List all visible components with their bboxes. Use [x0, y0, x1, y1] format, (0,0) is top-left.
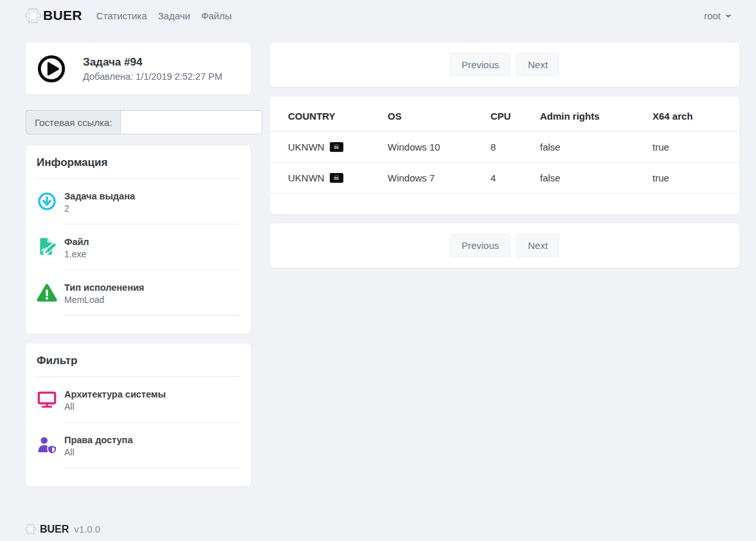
x64-arch-cell: true — [652, 132, 739, 163]
col-header-admin-rights: Admin rights — [540, 96, 652, 132]
filter-item-architecture: Архитектура системы All — [37, 377, 240, 412]
info-card: Информация Задача выдана 2 — [26, 145, 251, 334]
admin-rights-cell: false — [540, 132, 652, 163]
col-header-cpu: CPU — [491, 96, 540, 132]
bots-table-card: COUNTRY OS CPU Admin rights X64 arch UKN… — [270, 96, 739, 214]
file-signature-icon — [37, 236, 57, 258]
hexagon-logo-icon — [24, 523, 37, 535]
user-shield-icon — [37, 434, 57, 456]
warning-triangle-icon — [37, 282, 57, 304]
info-item-label: Файл — [64, 237, 89, 247]
pirate-flag-icon — [330, 142, 343, 152]
footer-brand: BUER — [40, 524, 69, 535]
table-row: UKNWN Windows 10 8 false true — [270, 132, 739, 163]
cpu-cell: 8 — [491, 132, 540, 163]
user-menu[interactable]: root — [704, 10, 732, 21]
footer-version: v1.0.0 — [74, 524, 100, 535]
table-row: UKNWN Windows 7 4 false true — [270, 163, 739, 194]
brand-text: BUER — [43, 8, 82, 23]
nav-link-statistics[interactable]: Статистика — [96, 10, 147, 21]
bots-table: COUNTRY OS CPU Admin rights X64 arch UKN… — [270, 96, 739, 194]
filter-card-title: Фильтр — [37, 354, 240, 367]
nav-links: Статистика Задачи Файлы — [96, 10, 232, 21]
previous-button[interactable]: Previous — [450, 53, 510, 77]
os-cell: Windows 7 — [388, 163, 491, 194]
admin-rights-cell: false — [540, 163, 652, 194]
left-column: Задача #94 Добавлена: 1/1/2019 2:52:27 P… — [26, 42, 251, 486]
cpu-cell: 4 — [491, 163, 540, 194]
divider — [63, 468, 240, 468]
info-item-file: Файл 1.exe — [37, 225, 240, 259]
chevron-down-icon — [725, 15, 732, 18]
play-icon — [37, 54, 66, 84]
nav-link-files[interactable]: Файлы — [201, 10, 232, 21]
hexagon-logo-icon — [24, 7, 42, 24]
task-added-date: Добавлена: 1/1/2019 2:52:27 PM — [83, 71, 222, 82]
info-item-value: 2 — [64, 203, 135, 214]
right-column: Previous Next COUNTRY OS CPU Admin right… — [270, 42, 739, 268]
pagination-top: Previous Next — [270, 42, 739, 87]
next-button[interactable]: Next — [516, 234, 559, 257]
country-cell: UKNWN — [288, 142, 381, 152]
info-card-title: Информация — [37, 156, 240, 169]
filter-item-label: Права доступа — [64, 435, 132, 445]
info-item-label: Тип исполенения — [64, 282, 144, 293]
table-header-row: COUNTRY OS CPU Admin rights X64 arch — [270, 96, 739, 132]
main-content: Задача #94 Добавлена: 1/1/2019 2:52:27 P… — [0, 31, 756, 486]
os-cell: Windows 10 — [388, 132, 491, 163]
guest-link-group: Гостевая ссылка: — [26, 110, 251, 134]
filter-item-access-rights: Права доступа All — [37, 423, 240, 457]
guest-link-label: Гостевая ссылка: — [26, 110, 120, 134]
task-card-text: Задача #94 Добавлена: 1/1/2019 2:52:27 P… — [83, 56, 222, 82]
task-card: Задача #94 Добавлена: 1/1/2019 2:52:27 P… — [26, 42, 251, 95]
footer: BUER v1.0.0 — [0, 523, 756, 535]
country-code: UKNWN — [288, 172, 325, 183]
user-menu-label: root — [704, 10, 721, 21]
arrow-circle-down-icon — [37, 190, 57, 212]
pagination-bottom: Previous Next — [270, 223, 739, 268]
divider — [63, 315, 240, 316]
filter-item-value: All — [64, 447, 132, 457]
x64-arch-cell: true — [652, 163, 739, 194]
info-item-task-issued: Задача выдана 2 — [37, 179, 240, 214]
info-item-exec-type: Тип исполенения MemLoad — [37, 270, 240, 305]
col-header-country: COUNTRY — [270, 96, 388, 132]
col-header-os: OS — [388, 96, 491, 132]
filter-item-value: All — [64, 401, 166, 412]
country-code: UKNWN — [288, 142, 325, 152]
nav-link-tasks[interactable]: Задачи — [158, 10, 190, 21]
next-button[interactable]: Next — [516, 53, 559, 77]
task-title: Задача #94 — [83, 56, 222, 69]
info-item-value: 1.exe — [64, 249, 89, 259]
info-item-value: MemLoad — [64, 295, 144, 305]
country-cell: UKNWN — [288, 172, 381, 183]
pirate-flag-icon — [330, 173, 343, 183]
previous-button[interactable]: Previous — [450, 234, 510, 257]
navbar: BUER Статистика Задачи Файлы root — [0, 0, 756, 31]
filter-item-label: Архитектура системы — [64, 389, 166, 399]
info-item-label: Задача выдана — [64, 191, 135, 201]
monitor-icon — [37, 389, 57, 410]
filter-card: Фильтр Архитектура системы All — [26, 344, 251, 486]
col-header-x64-arch: X64 arch — [652, 96, 739, 132]
brand-link[interactable]: BUER — [24, 7, 82, 24]
guest-link-input[interactable] — [120, 110, 262, 134]
